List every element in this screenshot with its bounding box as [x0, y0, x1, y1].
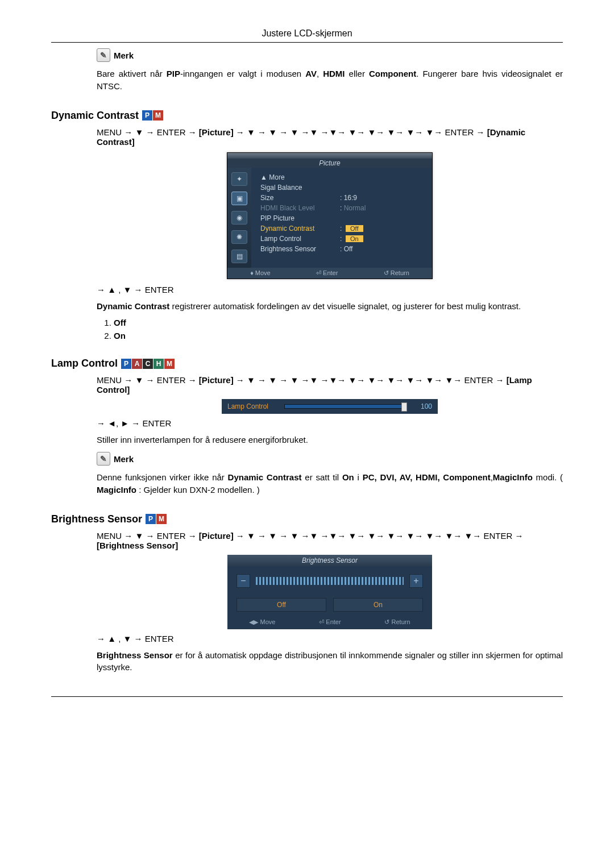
note-merk: ✎ Merk	[97, 48, 563, 62]
bs-foot-move: ◀▶ Move	[249, 618, 275, 626]
badges-pachm: P A C H M	[121, 359, 175, 369]
option-off: Off	[114, 318, 563, 327]
osd-footer: ♦ Move ⏎ Enter ↺ Return	[227, 268, 432, 279]
badge-p-icon: P	[146, 514, 156, 524]
note-merk-lamp: ✎ Merk	[97, 452, 563, 466]
osd-more: ▲ More	[260, 173, 340, 181]
heading-text: Dynamic Contrast	[51, 110, 139, 122]
bs-toggle-on: On	[333, 598, 423, 612]
osd-value-hl: On	[346, 235, 363, 242]
bs-description: Brightness Sensor er for å automatisk op…	[97, 649, 563, 674]
osd-item: HDMI Black Level	[260, 204, 340, 212]
lamp-slider-label: Lamp Control	[227, 402, 279, 410]
osd-item: Sigal Balance	[260, 184, 340, 192]
option-on: On	[114, 331, 563, 340]
divider	[51, 696, 563, 697]
nav-bs: MENU → ▼ → ENTER → [Picture] → ▼ → ▼ → ▼…	[97, 531, 563, 550]
dynamic-description: Dynamic Contrast registrerer automatisk …	[97, 300, 563, 313]
osd-item: Size	[260, 194, 340, 202]
osd-value-selected: Off	[346, 225, 363, 232]
bold-av: AV	[305, 69, 317, 78]
lamp-description: Stiller inn inverterlampen for å reduser…	[97, 434, 563, 446]
osd-foot-return: ↺ Return	[384, 269, 409, 277]
heading-lamp-control: Lamp Control P A C H M	[51, 358, 563, 369]
bs-bar	[256, 577, 404, 585]
bs-minus-button: −	[237, 574, 250, 588]
osd-side-icon: ✦	[231, 172, 247, 186]
bs-title: Brightness Sensor	[227, 555, 432, 566]
note-icon: ✎	[97, 452, 110, 466]
osd-item-selected: Dynamic Contrast	[260, 225, 340, 232]
osd-value: 16:9	[340, 194, 357, 202]
nav-bs-2: → ▲ , ▼ → ENTER	[97, 634, 563, 643]
nav-dynamic: MENU → ▼ → ENTER → [Picture] → ▼ → ▼ → ▼…	[97, 127, 563, 147]
heading-dynamic-contrast: Dynamic Contrast P M	[51, 110, 563, 122]
dynamic-options: Off On	[114, 318, 563, 340]
nav-lamp-2: → ◄, ► → ENTER	[97, 418, 563, 428]
bold-hdmi: HDMI	[323, 69, 345, 78]
bs-foot-return: ↺ Return	[384, 618, 410, 626]
osd-title: Picture	[227, 159, 432, 168]
badge-h-icon: H	[154, 359, 164, 369]
bold-pip: PIP	[167, 69, 180, 78]
badge-a-icon: A	[132, 359, 142, 369]
nav-lamp: MENU → ▼ → ENTER → [Picture] → ▼ → ▼ → ▼…	[97, 375, 563, 394]
lamp-slider-track	[284, 404, 406, 409]
divider	[51, 42, 563, 43]
note-icon: ✎	[97, 48, 110, 62]
badge-m-icon: M	[153, 110, 163, 121]
osd-value: Normal	[340, 204, 366, 212]
badge-m-icon: M	[156, 514, 167, 524]
osd-side-icon: ▤	[231, 250, 247, 263]
badge-p-icon: P	[121, 359, 131, 369]
lamp-note: Denne funksjonen virker ikke når Dynamic…	[97, 471, 563, 496]
osd-foot-enter: ⏎ Enter	[316, 269, 338, 277]
heading-text: Lamp Control	[51, 358, 118, 369]
osd-side-icons: ✦ ▣ ◉ ✺ ▤	[227, 168, 251, 268]
osd-value: Off	[340, 245, 352, 253]
bs-foot-enter: ⏎ Enter	[319, 618, 341, 626]
bs-footer: ◀▶ Move ⏎ Enter ↺ Return	[227, 616, 432, 629]
badge-m-icon: M	[164, 359, 175, 369]
badge-c-icon: C	[143, 359, 153, 369]
osd-side-icon: ✺	[231, 230, 247, 244]
osd-item: Lamp Control	[260, 235, 340, 243]
badges-pm: P M	[142, 110, 163, 121]
bs-plus-button: +	[409, 574, 423, 588]
osd-item: Brightness Sensor	[260, 245, 340, 253]
lamp-slider-handle	[401, 402, 407, 412]
osd-foot-move: ♦ Move	[250, 269, 271, 277]
page-header: Justere LCD-skjermen	[51, 23, 563, 42]
lamp-slider-value: 100	[412, 402, 432, 410]
note-label: Merk	[114, 51, 134, 60]
osd-picture-menu: Picture ✦ ▣ ◉ ✺ ▤ ▲ More Sigal Balance S…	[227, 152, 433, 279]
nav-dynamic-2: → ▲ , ▼ → ENTER	[97, 285, 563, 294]
bs-toggle-off: Off	[237, 598, 326, 612]
note1-text: Bare aktivert når PIP-inngangen er valgt…	[97, 68, 563, 93]
osd-brightness-sensor: Brightness Sensor − + Off On ◀▶ Move ⏎ E…	[227, 555, 432, 629]
osd-side-icon: ◉	[231, 211, 247, 225]
osd-lamp-slider: Lamp Control 100	[222, 399, 438, 414]
osd-item: PIP Picture	[260, 214, 340, 222]
note-label: Merk	[114, 454, 134, 464]
badges-pm: P M	[146, 514, 167, 524]
heading-text: Brightness Sensor	[51, 513, 142, 525]
badge-p-icon: P	[142, 110, 152, 121]
bold-component: Component	[369, 69, 416, 78]
heading-brightness-sensor: Brightness Sensor P M	[51, 513, 563, 525]
osd-side-icon: ▣	[231, 192, 247, 205]
